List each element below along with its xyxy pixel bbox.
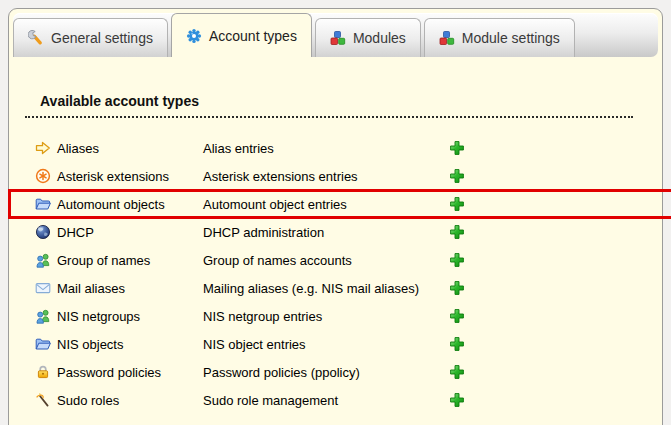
account-type-description: NIS netgroup entries [203, 309, 449, 324]
account-type-label: Asterisk extensions [57, 169, 203, 184]
lock-icon [35, 364, 51, 380]
account-type-row-nis-netgroups: NIS netgroups NIS netgroup entries [25, 302, 662, 330]
account-type-row-aliases: Aliases Alias entries [25, 134, 662, 162]
account-type-description: Asterisk extensions entries [203, 169, 449, 184]
section-title: Available account types [25, 93, 633, 118]
tab-account-types[interactable]: Account types [171, 13, 312, 57]
account-type-label: Password policies [57, 365, 203, 380]
add-plus-icon[interactable] [449, 392, 465, 408]
account-type-description: Mailing aliases (e.g. NIS mail aliases) [203, 281, 449, 296]
account-type-description: Automount object entries [203, 197, 449, 212]
tab-modules[interactable]: Modules [315, 18, 421, 57]
account-type-description: DHCP administration [203, 225, 449, 240]
account-type-description: Group of names accounts [203, 253, 449, 268]
account-type-row-mail-aliases: Mail aliases Mailing aliases (e.g. NIS m… [25, 274, 662, 302]
wrench-icon [28, 30, 44, 46]
account-type-label: Group of names [57, 253, 203, 268]
account-type-label: Automount objects [57, 197, 203, 212]
add-plus-icon[interactable] [449, 308, 465, 324]
account-types-list: Aliases Alias entries Asterisk extension… [25, 134, 662, 414]
account-type-row-password-policies: Password policies Password policies (ppo… [25, 358, 662, 386]
group-icon [35, 308, 51, 324]
modules-icon [439, 30, 455, 46]
folder-open-icon [35, 336, 51, 352]
account-type-label: Sudo roles [57, 393, 203, 408]
account-type-row-nis-objects: NIS objects NIS object entries [25, 330, 662, 358]
add-plus-icon[interactable] [449, 364, 465, 380]
add-plus-icon[interactable] [449, 140, 465, 156]
add-plus-icon[interactable] [449, 196, 465, 212]
folder-open-icon [35, 196, 51, 212]
tab-label: General settings [51, 30, 153, 46]
mail-icon [35, 280, 51, 296]
account-type-label: NIS netgroups [57, 309, 203, 324]
tab-module-settings[interactable]: Module settings [424, 18, 575, 57]
account-type-description: Alias entries [203, 141, 449, 156]
group-icon [35, 252, 51, 268]
globe-icon [35, 224, 51, 240]
account-type-description: Sudo role management [203, 393, 449, 408]
tab-bar: General settings Account types Modules M… [13, 13, 658, 57]
tab-general-settings[interactable]: General settings [13, 18, 168, 57]
asterisk-icon [35, 168, 51, 184]
add-plus-icon[interactable] [449, 168, 465, 184]
tab-label: Modules [353, 30, 406, 46]
gear-icon [186, 28, 202, 44]
alias-arrow-icon [35, 140, 51, 156]
wand-icon [35, 392, 51, 408]
account-types-content: Available account types Aliases Alias en… [9, 93, 662, 414]
account-type-row-asterisk-extensions: Asterisk extensions Asterisk extensions … [25, 162, 662, 190]
account-type-description: NIS object entries [203, 337, 449, 352]
account-type-row-dhcp: DHCP DHCP administration [25, 218, 662, 246]
tab-label: Account types [209, 28, 297, 44]
add-plus-icon[interactable] [449, 336, 465, 352]
account-type-row-group-of-names: Group of names Group of names accounts [25, 246, 662, 274]
account-type-description: Password policies (ppolicy) [203, 365, 449, 380]
account-type-row-sudo-roles: Sudo roles Sudo role management [25, 386, 662, 414]
account-type-row-automount-objects: Automount objects Automount object entri… [25, 190, 662, 218]
add-plus-icon[interactable] [449, 252, 465, 268]
account-type-label: DHCP [57, 225, 203, 240]
account-type-label: NIS objects [57, 337, 203, 352]
settings-panel: General settings Account types Modules M… [8, 8, 663, 425]
add-plus-icon[interactable] [449, 280, 465, 296]
account-type-label: Aliases [57, 141, 203, 156]
tab-label: Module settings [462, 30, 560, 46]
modules-icon [330, 30, 346, 46]
account-type-label: Mail aliases [57, 281, 203, 296]
add-plus-icon[interactable] [449, 224, 465, 240]
